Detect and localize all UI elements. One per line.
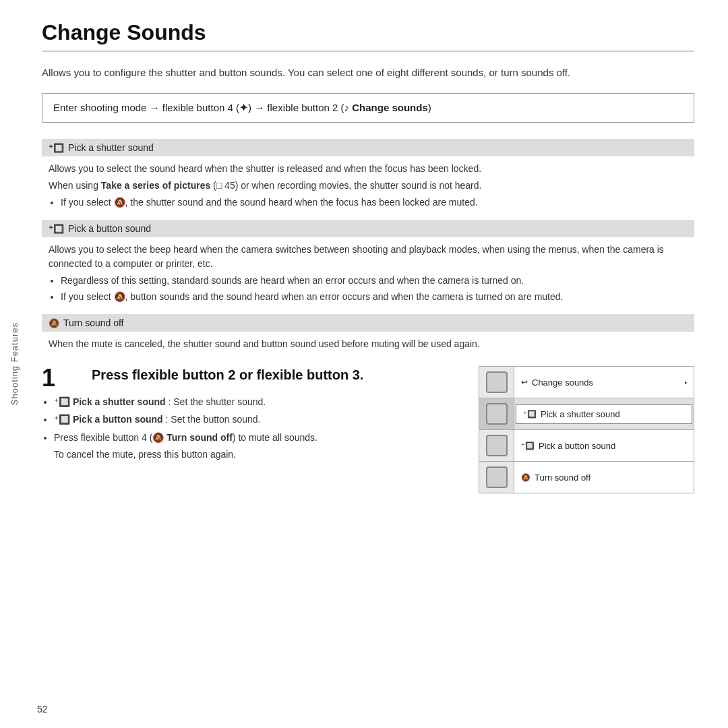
section-body-mute: When the mute is canceled, the shutter s… (42, 337, 694, 359)
change-sounds-icon: ↩ (521, 377, 528, 387)
diagram-label-turn-off: 🔕 Turn sound off (514, 468, 694, 487)
step-note: To cancel the mute, press this button ag… (54, 448, 465, 462)
btn-shape-1 (486, 371, 508, 393)
mute-icon: 🔕 (49, 318, 59, 328)
step-bullet-button-bold: Pick a button sound (73, 414, 163, 425)
camera-diagram: ↩ Change sounds ▪ ⁺🔲 Pick a shutter soun… (479, 366, 694, 493)
step-bullet-shutter: ⁺🔲 Pick a shutter sound : Set the shutte… (54, 394, 465, 409)
step-title: Press flexible button 2 or flexible butt… (92, 366, 363, 384)
section-header-shutter-label: Pick a shutter sound (68, 142, 154, 153)
change-sounds-text: Change sounds (532, 377, 593, 388)
shutter-bullet-list: If you select 🔕, the shutter sound and t… (61, 195, 688, 210)
sidebar-label: Shooting Features (9, 322, 20, 405)
section-header-shutter: ⁺🔲 Pick a shutter sound (42, 139, 694, 156)
diagram-button-1 (479, 367, 514, 398)
change-sounds-badge: ▪ (684, 379, 687, 386)
diagram-label-shutter-sound: ⁺🔲 Pick a shutter sound (516, 404, 692, 424)
page-title: Change Sounds (42, 20, 694, 52)
step-content: 1 Press flexible button 2 or flexible bu… (42, 366, 465, 462)
intro-text: Allows you to configure the shutter and … (42, 65, 694, 81)
step-bullet-button-rest: : Set the button sound. (166, 414, 261, 425)
button-sound-icon: ⁺🔲 (49, 224, 64, 234)
diagram-button-2 (479, 398, 514, 429)
diagram-label-button-sound: ⁺🔲 Pick a button sound (514, 437, 694, 455)
button-body-line1: Allows you to select the beep heard when… (49, 243, 688, 271)
shutter-body-line1: Allows you to select the sound heard whe… (49, 162, 688, 176)
btn-shape-4 (486, 466, 508, 488)
step-bullet-list: ⁺🔲 Pick a shutter sound : Set the shutte… (54, 394, 465, 445)
diagram-row-change-sounds: ↩ Change sounds ▪ (479, 367, 694, 398)
section-header-mute-label: Turn sound off (63, 317, 124, 328)
mute-body-line1: When the mute is canceled, the shutter s… (49, 337, 688, 351)
step-bullet-mute: Press flexible button 4 (🔕 Turn sound of… (54, 430, 465, 445)
diagram-row-shutter-sound: ⁺🔲 Pick a shutter sound (479, 398, 694, 430)
step-bullet-shutter-icon: ⁺🔲 (54, 396, 73, 407)
step-bullet-button-icon: ⁺🔲 (54, 414, 73, 425)
button-bullet-1: Regardless of this setting, standard sou… (61, 274, 688, 288)
step-mute-label: 🔕 Turn sound off (152, 432, 233, 443)
button-sound-icon-diag: ⁺🔲 (521, 442, 535, 450)
step-bullet-button: ⁺🔲 Pick a button sound : Set the button … (54, 412, 465, 427)
section-header-button: ⁺🔲 Pick a button sound (42, 220, 694, 237)
step-number: 1 (42, 366, 55, 390)
diagram-label-change-sounds: ↩ Change sounds ▪ (514, 373, 694, 392)
btn-shape-2 (486, 403, 508, 425)
diagram-row-button-sound: ⁺🔲 Pick a button sound (479, 430, 694, 462)
nav-box-text: Enter shooting mode → flexible button 4 … (53, 102, 431, 113)
sidebar: Shooting Features (0, 0, 28, 728)
step-bullet-shutter-rest: : Set the shutter sound. (168, 396, 266, 407)
button-sound-text-diag: Pick a button sound (539, 441, 615, 451)
shutter-icon: ⁺🔲 (49, 143, 64, 153)
shutter-sound-icon-diag: ⁺🔲 (523, 410, 537, 419)
button-bullet-2: If you select 🔕, button sounds and the s… (61, 290, 688, 304)
btn-shape-3 (486, 435, 508, 456)
turn-off-text-diag: Turn sound off (535, 473, 590, 483)
diagram-button-4 (479, 462, 514, 493)
section-body-button: Allows you to select the beep heard when… (42, 243, 694, 314)
bottom-area: 1 Press flexible button 2 or flexible bu… (42, 366, 694, 493)
diagram-row-turn-off: 🔕 Turn sound off (479, 462, 694, 493)
section-header-button-label: Pick a button sound (68, 223, 151, 234)
nav-box: Enter shooting mode → flexible button 4 … (42, 93, 694, 123)
page-number: 52 (37, 704, 48, 715)
section-body-shutter: Allows you to select the sound heard whe… (42, 162, 694, 220)
button-bullet-list: Regardless of this setting, standard sou… (61, 274, 688, 304)
diagram-button-3 (479, 430, 514, 461)
section-header-mute: 🔕 Turn sound off (42, 314, 694, 332)
shutter-body-line2: When using Take a series of pictures (□ … (49, 179, 688, 193)
shutter-sound-text-diag: Pick a shutter sound (541, 409, 620, 419)
turn-off-icon-diag: 🔕 (521, 473, 530, 482)
main-content: Change Sounds Allows you to configure th… (28, 0, 728, 728)
shutter-bullet-1: If you select 🔕, the shutter sound and t… (61, 195, 688, 210)
step-bullet-shutter-bold: Pick a shutter sound (73, 396, 166, 407)
diagram-inner: ↩ Change sounds ▪ ⁺🔲 Pick a shutter soun… (479, 367, 694, 493)
page-wrapper: Shooting Features Change Sounds Allows y… (0, 0, 728, 728)
